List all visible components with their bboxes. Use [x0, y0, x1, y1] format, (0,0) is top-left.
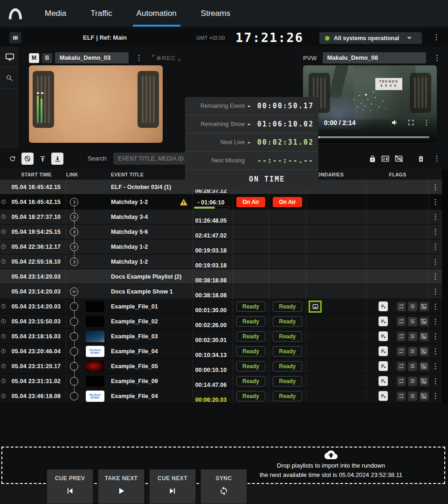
table-row[interactable]: 05.04 23:46:18.08Big BuckBUNNYExample_Fi…: [0, 389, 442, 404]
autoscroll-off-icon[interactable]: [21, 153, 34, 165]
playlist-play-flag[interactable]: [379, 361, 388, 371]
row-menu-icon[interactable]: ⋮: [432, 183, 439, 191]
table-row[interactable]: 05.04 23:18:16.03Example_File_0300:02:30…: [0, 329, 442, 344]
table-row[interactable]: 05.04 19:54:25.15Matchday 5-602:41:47.02…: [0, 224, 442, 239]
table-row[interactable]: 05.04 18:27:37.10Matchday 3-401:26:48.05…: [0, 210, 442, 224]
pgm-title-field[interactable]: Makalu_Demo_03: [55, 52, 129, 63]
control-bar-menu-icon[interactable]: ⋮: [433, 34, 440, 41]
playlist-play-flag[interactable]: [379, 331, 388, 341]
loop-flag[interactable]: [397, 377, 406, 386]
image-off-flag[interactable]: [420, 377, 428, 386]
monitor-b-button[interactable]: B: [42, 53, 52, 63]
link-toggle-icon[interactable]: [70, 317, 78, 326]
image-off-flag[interactable]: [420, 302, 428, 311]
tab-automation[interactable]: Automation: [137, 0, 177, 27]
ready-badge[interactable]: Ready: [273, 391, 302, 401]
playlist-play-flag[interactable]: [379, 316, 388, 326]
video-menu-icon[interactable]: ⋮: [423, 119, 430, 126]
table-row[interactable]: 05.04 23:20:46.04Big BuckBUNNYExample_Fi…: [0, 344, 442, 359]
table-row[interactable]: 05.04 23:14:20.03Docs Example Show 100:3…: [0, 284, 442, 299]
loop-flag[interactable]: [397, 332, 406, 341]
loop-flag[interactable]: [397, 347, 406, 356]
loop-flag[interactable]: [397, 362, 406, 371]
on-air-badge[interactable]: On Air: [273, 197, 302, 207]
transition-flag[interactable]: [408, 317, 417, 326]
scrollbar[interactable]: [442, 169, 448, 439]
ready-badge[interactable]: Ready: [236, 361, 265, 371]
pvw-title-field[interactable]: Makalu_Demo_08: [323, 52, 426, 63]
scroll-to-top-icon[interactable]: [36, 153, 48, 165]
image-off-flag[interactable]: [420, 317, 428, 326]
ready-badge[interactable]: Ready: [273, 301, 302, 312]
ready-badge[interactable]: Ready: [236, 301, 265, 312]
link-toggle-icon[interactable]: [70, 302, 78, 311]
monitor-m-button[interactable]: M: [29, 53, 39, 63]
transition-flag[interactable]: [408, 377, 417, 386]
pgm-menu-icon[interactable]: ⋮: [135, 54, 143, 62]
id-badge-off-icon[interactable]: [394, 155, 403, 162]
link-toggle-icon[interactable]: [70, 243, 78, 251]
image-off-flag[interactable]: [420, 362, 428, 371]
tab-traffic[interactable]: Traffic: [90, 0, 112, 27]
row-menu-icon[interactable]: ⋮: [432, 213, 439, 221]
ready-badge[interactable]: Ready: [236, 316, 265, 327]
rundown-menu-icon[interactable]: ⋮: [433, 155, 441, 162]
image-off-flag[interactable]: [420, 332, 428, 341]
layout-columns-icon[interactable]: [9, 32, 21, 43]
link-toggle-icon[interactable]: [70, 213, 78, 221]
loop-flag[interactable]: [397, 317, 406, 326]
search-rail-icon[interactable]: [0, 68, 19, 89]
take-next-button[interactable]: TAKE NEXT: [98, 469, 145, 504]
image-off-flag[interactable]: [420, 347, 428, 356]
cue-next-button[interactable]: CUE NEXT: [149, 469, 196, 504]
ready-badge[interactable]: Ready: [273, 331, 302, 342]
tab-streams[interactable]: Streams: [201, 0, 230, 27]
transition-flag[interactable]: [408, 302, 417, 311]
row-menu-icon[interactable]: ⋮: [432, 348, 439, 355]
tab-media[interactable]: Media: [45, 0, 66, 27]
table-row[interactable]: 05.04 23:31:31.02Example_File_0900:14:47…: [0, 374, 442, 389]
sync-button[interactable]: SYNC: [200, 469, 247, 504]
row-menu-icon[interactable]: ⋮: [432, 363, 439, 370]
transition-flag[interactable]: [408, 332, 417, 341]
playlist-play-flag[interactable]: [379, 376, 388, 386]
row-menu-icon[interactable]: ⋮: [432, 198, 439, 206]
playlist-play-flag[interactable]: [379, 346, 388, 356]
table-row[interactable]: 05.04 23:14:20.03Example_File_0100:01:30…: [0, 299, 442, 314]
row-menu-icon[interactable]: ⋮: [432, 273, 439, 280]
ready-badge[interactable]: Ready: [236, 376, 265, 386]
ready-badge[interactable]: Ready: [273, 361, 302, 371]
row-menu-icon[interactable]: ⋮: [432, 243, 439, 251]
link-toggle-icon[interactable]: [70, 287, 78, 296]
id-badge-icon[interactable]: [381, 155, 390, 162]
table-row[interactable]: 05.04 23:31:20.17Example_File_0500:00:10…: [0, 359, 442, 374]
fullscreen-icon[interactable]: [407, 119, 414, 126]
row-menu-icon[interactable]: ⋮: [432, 303, 439, 310]
pvw-menu-icon[interactable]: ⋮: [434, 54, 441, 62]
playlist-play-flag[interactable]: [379, 391, 388, 401]
cue-prev-button[interactable]: CUE PREV: [47, 469, 93, 504]
volume-icon[interactable]: [391, 119, 399, 126]
pgm-video[interactable]: [29, 65, 163, 143]
ready-badge[interactable]: Ready: [273, 346, 302, 357]
delete-icon[interactable]: [417, 155, 425, 163]
row-menu-icon[interactable]: ⋮: [432, 228, 439, 236]
table-row[interactable]: 05.04 23:14:20.03Docs Example Playlist (…: [0, 269, 442, 284]
loop-flag[interactable]: [397, 302, 406, 311]
link-toggle-icon[interactable]: [70, 198, 78, 206]
pvw-video[interactable]: TEKNOS9 5 0 0 0:00 / 2:14 ⋮: [303, 65, 437, 143]
link-toggle-icon[interactable]: [70, 347, 78, 356]
link-toggle-icon[interactable]: [70, 228, 78, 236]
playlist-play-flag[interactable]: [379, 301, 388, 311]
image-off-flag[interactable]: [420, 392, 428, 401]
rec-button[interactable]: ⌜REC⌟: [152, 54, 181, 62]
table-row[interactable]: 05.04 23:15:50.03Example_File_0200:02:26…: [0, 314, 442, 329]
scroll-to-bottom-icon[interactable]: [51, 153, 63, 165]
video-progress-bar[interactable]: [310, 136, 429, 138]
transition-flag[interactable]: [408, 362, 417, 371]
system-status-dropdown[interactable]: All systems operational: [319, 32, 422, 44]
row-menu-icon[interactable]: ⋮: [432, 288, 439, 295]
on-air-badge[interactable]: On Air: [236, 197, 265, 207]
row-menu-icon[interactable]: ⋮: [432, 333, 439, 340]
row-menu-icon[interactable]: ⋮: [432, 392, 439, 400]
